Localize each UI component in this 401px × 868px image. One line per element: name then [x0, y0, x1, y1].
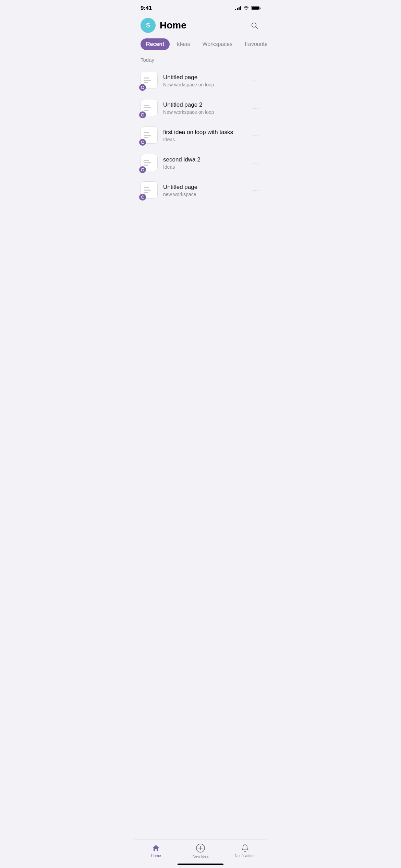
- item-text: first idea on loop with tasks Ideas: [163, 129, 247, 142]
- list-item[interactable]: Untitled page new workspace ···: [134, 177, 267, 204]
- more-options-button[interactable]: ···: [252, 102, 260, 114]
- item-title: Untitled page: [163, 74, 247, 81]
- item-subtitle: Ideas: [163, 164, 247, 170]
- list-item[interactable]: Untitled page 2 New workspace on loop ··…: [134, 94, 267, 122]
- tab-recent[interactable]: Recent: [141, 38, 170, 50]
- list-item[interactable]: first idea on loop with tasks Ideas ···: [134, 122, 267, 149]
- signal-bars-icon: [235, 6, 241, 10]
- item-title: Untitled page: [163, 184, 247, 191]
- item-title: first idea on loop with tasks: [163, 129, 247, 136]
- item-subtitle: New workspace on loop: [163, 109, 247, 115]
- item-subtitle: New workspace on loop: [163, 82, 247, 87]
- status-bar: 9:41: [134, 0, 267, 14]
- item-icon: [141, 72, 158, 89]
- item-text: Untitled page new workspace: [163, 184, 247, 197]
- tab-favourites[interactable]: Favourites: [239, 38, 267, 50]
- battery-icon: [251, 6, 260, 10]
- tab-workspaces[interactable]: Workspaces: [197, 38, 238, 50]
- search-button[interactable]: [248, 19, 260, 32]
- more-options-button[interactable]: ···: [252, 74, 260, 87]
- item-text: Untitled page 2 New workspace on loop: [163, 101, 247, 115]
- avatar[interactable]: S: [141, 18, 156, 33]
- item-subtitle: new workspace: [163, 192, 247, 197]
- item-icon: [141, 181, 158, 199]
- header: S Home: [134, 14, 267, 38]
- item-text: Untitled page New workspace on loop: [163, 74, 247, 87]
- svg-line-1: [256, 27, 257, 28]
- content-area: Today Untitled page New workspa: [134, 57, 267, 238]
- item-icon: [141, 126, 158, 144]
- tab-ideas[interactable]: Ideas: [171, 38, 195, 50]
- more-options-button[interactable]: ···: [252, 184, 260, 197]
- status-icons: [235, 5, 260, 11]
- search-icon: [251, 22, 258, 29]
- page-title: Home: [160, 20, 186, 31]
- header-left: S Home: [141, 18, 186, 33]
- more-options-button[interactable]: ···: [252, 129, 260, 142]
- item-text: second idwa 2 Ideas: [163, 156, 247, 170]
- recent-list: Untitled page New workspace on loop ···: [134, 67, 267, 204]
- status-time: 9:41: [141, 5, 152, 12]
- item-icon: [141, 99, 158, 117]
- item-title: second idwa 2: [163, 156, 247, 163]
- wifi-icon: [243, 5, 249, 11]
- tab-bar: Recent Ideas Workspaces Favourites: [134, 38, 267, 50]
- section-today-label: Today: [134, 57, 267, 63]
- list-item[interactable]: second idwa 2 Ideas ···: [134, 149, 267, 177]
- item-title: Untitled page 2: [163, 101, 247, 108]
- list-item[interactable]: Untitled page New workspace on loop ···: [134, 67, 267, 94]
- item-icon: [141, 154, 158, 172]
- more-options-button[interactable]: ···: [252, 157, 260, 169]
- item-subtitle: Ideas: [163, 137, 247, 142]
